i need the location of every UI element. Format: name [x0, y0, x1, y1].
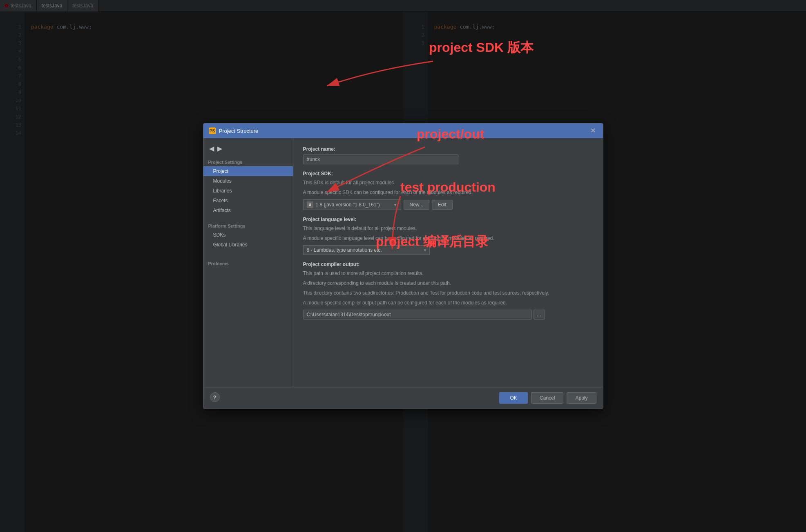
main-content: Project name: Project SDK: This SDK is d…	[293, 138, 603, 387]
dialog-footer: ? OK Cancel Apply	[203, 387, 603, 409]
sidebar-item-sdks[interactable]: SDKs	[203, 230, 293, 240]
lang-level-select[interactable]: 8 - Lambdas, type annotations etc. 7 - D…	[303, 245, 430, 255]
apply-button[interactable]: Apply	[567, 392, 596, 404]
problems-section-label: Problems	[203, 258, 293, 268]
project-lang-desc1: This language level is default for all p…	[303, 225, 593, 232]
sidebar: ◀ ▶ Project Settings Project Modules Lib…	[203, 138, 293, 387]
compiler-desc3: This directory contains two subdirectori…	[303, 289, 593, 297]
dialog-title: PS Project Structure	[209, 127, 259, 134]
compiler-desc2: A directory corresponding to each module…	[303, 279, 593, 287]
project-sdk-desc2: A module specific SDK can be configured …	[303, 189, 593, 196]
sdk-dropdown-arrow-icon: ▼	[393, 203, 397, 207]
project-sdk-label: Project SDK:	[303, 171, 593, 177]
nav-forward-arrow[interactable]: ▶	[217, 144, 223, 153]
sidebar-item-libraries[interactable]: Libraries	[203, 186, 293, 196]
compiler-output-path-input[interactable]	[303, 310, 532, 320]
nav-back-arrow[interactable]: ◀	[208, 144, 215, 153]
sidebar-item-artifacts[interactable]: Artifacts	[203, 206, 293, 215]
dialog-body: ◀ ▶ Project Settings Project Modules Lib…	[203, 138, 603, 387]
project-structure-dialog: PS Project Structure ✕ ◀ ▶ Project Setti…	[203, 123, 603, 409]
lang-select-wrapper: 8 - Lambdas, type annotations etc. 7 - D…	[303, 245, 430, 255]
project-settings-section-label: Project Settings	[203, 156, 293, 166]
platform-settings-section-label: Platform Settings	[203, 220, 293, 230]
compiler-output-label: Project compiler output:	[303, 262, 593, 267]
sidebar-item-global-libraries[interactable]: Global Libraries	[203, 240, 293, 250]
sidebar-item-facets[interactable]: Facets	[203, 196, 293, 206]
help-button[interactable]: ?	[210, 392, 220, 402]
dialog-close-button[interactable]: ✕	[589, 127, 597, 135]
dialog-title-text: Project Structure	[219, 128, 259, 134]
project-sdk-desc1: This SDK is default for all project modu…	[303, 179, 593, 186]
dialog-title-icon: PS	[209, 127, 216, 134]
sdk-select[interactable]: 🖥 1.8 (java version "1.8.0_161") ▼	[303, 199, 401, 210]
sdk-new-button[interactable]: New...	[404, 200, 429, 210]
sdk-value: 1.8 (java version "1.8.0_161")	[316, 202, 380, 208]
project-lang-desc2: A module specific language level can be …	[303, 235, 593, 242]
compiler-desc1: This path is used to store all project c…	[303, 270, 593, 277]
sidebar-item-project[interactable]: Project	[203, 166, 293, 176]
cancel-button[interactable]: Cancel	[531, 392, 563, 404]
project-name-input[interactable]	[303, 154, 458, 164]
sdk-edit-button[interactable]: Edit	[432, 200, 453, 210]
nav-arrows: ◀ ▶	[203, 142, 293, 156]
project-lang-label: Project language level:	[303, 217, 593, 222]
compiler-desc4: A module specific compiler output path c…	[303, 299, 593, 306]
modal-overlay: PS Project Structure ✕ ◀ ▶ Project Setti…	[0, 0, 806, 532]
sdk-icon: 🖥	[307, 201, 313, 208]
sidebar-item-modules[interactable]: Modules	[203, 176, 293, 186]
project-name-label: Project name:	[303, 146, 593, 152]
ok-button[interactable]: OK	[499, 392, 528, 404]
browse-button[interactable]: ...	[534, 310, 545, 320]
dialog-titlebar: PS Project Structure ✕	[203, 123, 603, 138]
